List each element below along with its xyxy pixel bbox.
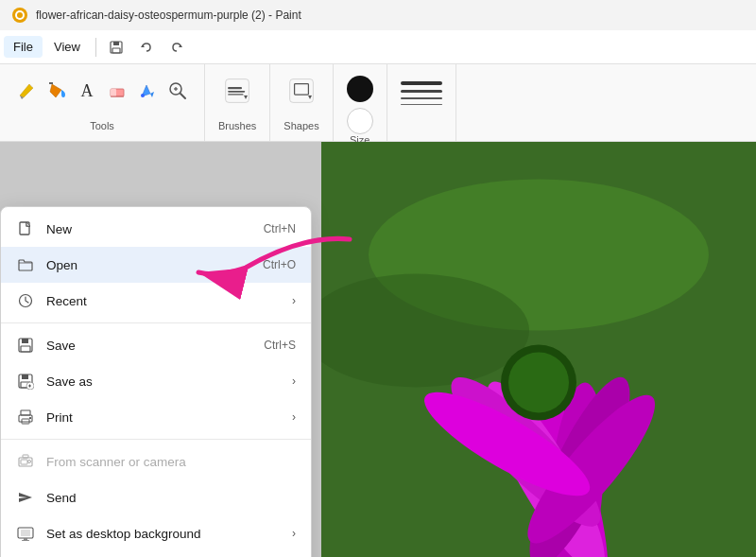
svg-rect-51 <box>23 455 28 458</box>
menu-item-send[interactable]: Send <box>1 479 311 515</box>
magnifier-tool[interactable] <box>164 78 191 104</box>
shape-selector[interactable]: ▾ <box>288 78 315 104</box>
color-picker-tool[interactable] <box>134 78 161 104</box>
color-white[interactable] <box>347 108 373 134</box>
menu-bar: File View <box>0 30 756 64</box>
size-line-tiny[interactable] <box>401 104 442 105</box>
menu-item-recent[interactable]: Recent › <box>1 283 311 319</box>
svg-rect-53 <box>21 530 30 536</box>
svg-point-2 <box>17 12 23 18</box>
brushes-icons: ▾ <box>224 70 250 104</box>
send-icon <box>16 488 35 507</box>
file-menu-panel: New Ctrl+N Open Ctrl+O <box>0 206 312 557</box>
tools-label: Tools <box>90 120 114 135</box>
menu-item-save-as[interactable]: Save as › <box>1 363 311 399</box>
svg-rect-9 <box>111 89 116 96</box>
size-section: Size <box>334 64 387 141</box>
shapes-label: Shapes <box>284 120 318 135</box>
menu-item-desktop[interactable]: Set as desktop background › <box>1 515 311 551</box>
shapes-section: ▾ Shapes <box>270 64 333 141</box>
menu-item-new[interactable]: New Ctrl+N <box>1 211 311 247</box>
file-menu-dropdown: New Ctrl+N Open Ctrl+O <box>0 206 312 557</box>
fill-tool[interactable] <box>43 78 70 104</box>
svg-rect-4 <box>113 42 119 45</box>
save-shortcut: Ctrl+S <box>264 339 296 352</box>
scanner-icon <box>16 452 35 471</box>
color-black[interactable] <box>347 76 373 102</box>
save-as-arrow: › <box>292 374 296 388</box>
svg-point-34 <box>508 353 569 413</box>
shapes-icons: ▾ <box>288 70 315 104</box>
size-line-large[interactable] <box>401 81 442 85</box>
svg-point-10 <box>141 94 145 97</box>
app-icon <box>11 7 28 24</box>
divider-2 <box>1 439 311 440</box>
undo-icon <box>139 40 154 55</box>
tools-icons: A <box>13 70 191 104</box>
title-bar: flower-african-daisy-osteospermum-purple… <box>0 0 756 30</box>
new-shortcut: Ctrl+N <box>264 222 296 235</box>
svg-text:▾: ▾ <box>308 93 312 101</box>
svg-rect-49 <box>21 460 27 464</box>
svg-rect-41 <box>22 374 28 379</box>
redo-toolbar-button[interactable] <box>163 34 191 61</box>
save-label: Save <box>46 339 252 353</box>
ribbon-toolbar: A <box>0 64 756 142</box>
size-line-medium[interactable] <box>401 90 442 93</box>
canvas-image <box>321 142 756 557</box>
recent-label: Recent <box>46 294 281 308</box>
brushes-label: Brushes <box>218 120 256 135</box>
file-menu-button[interactable]: File <box>4 36 43 58</box>
svg-rect-17 <box>228 91 245 93</box>
recent-arrow: › <box>292 294 296 307</box>
canvas-area: New Ctrl+N Open Ctrl+O <box>0 142 756 557</box>
menu-item-open[interactable]: Open Ctrl+O <box>1 247 311 283</box>
desktop-label: Set as desktop background <box>46 527 281 541</box>
send-label: Send <box>46 491 296 505</box>
size-lines-section <box>387 64 456 141</box>
menu-separator <box>95 38 96 57</box>
desktop-icon <box>16 524 35 543</box>
svg-point-50 <box>28 461 31 463</box>
undo-toolbar-button[interactable] <box>132 34 161 61</box>
save-icon <box>109 40 124 55</box>
brush-selector[interactable]: ▾ <box>224 78 250 104</box>
window-title: flower-african-daisy-osteospermum-purple… <box>36 9 301 22</box>
divider-1 <box>1 322 311 323</box>
svg-rect-5 <box>112 48 120 53</box>
brushes-section: ▾ Brushes <box>205 64 270 141</box>
open-shortcut: Ctrl+O <box>263 258 296 271</box>
eraser-tool[interactable] <box>104 78 130 104</box>
recent-icon <box>16 291 35 310</box>
menu-item-scanner: From scanner or camera <box>1 444 311 479</box>
svg-rect-44 <box>21 410 30 415</box>
size-controls <box>347 70 373 134</box>
scanner-label: From scanner or camera <box>46 455 296 469</box>
print-icon <box>16 408 35 426</box>
save-toolbar-button[interactable] <box>102 34 130 61</box>
desktop-arrow: › <box>292 527 296 540</box>
svg-rect-39 <box>21 346 30 352</box>
svg-line-12 <box>180 94 185 98</box>
svg-rect-55 <box>22 540 29 541</box>
flower-svg <box>321 142 756 557</box>
new-label: New <box>46 222 252 236</box>
print-arrow: › <box>292 410 296 424</box>
view-menu-button[interactable]: View <box>44 36 90 58</box>
tools-section: A <box>0 64 205 141</box>
save-as-label: Save as <box>46 374 281 389</box>
open-label: Open <box>46 258 251 272</box>
svg-rect-16 <box>228 87 242 89</box>
save-as-icon <box>16 372 35 391</box>
text-tool[interactable]: A <box>74 78 100 104</box>
svg-rect-54 <box>24 538 27 540</box>
pencil-tool[interactable] <box>13 78 40 104</box>
menu-item-properties[interactable]: Image properties Ctrl+E <box>1 551 311 557</box>
new-file-icon <box>16 219 35 238</box>
svg-rect-18 <box>228 94 243 95</box>
svg-rect-47 <box>29 417 31 419</box>
open-folder-icon <box>16 255 35 274</box>
menu-item-print[interactable]: Print › <box>1 399 311 435</box>
menu-item-save[interactable]: Save Ctrl+S <box>1 327 311 363</box>
size-line-small[interactable] <box>401 97 442 99</box>
